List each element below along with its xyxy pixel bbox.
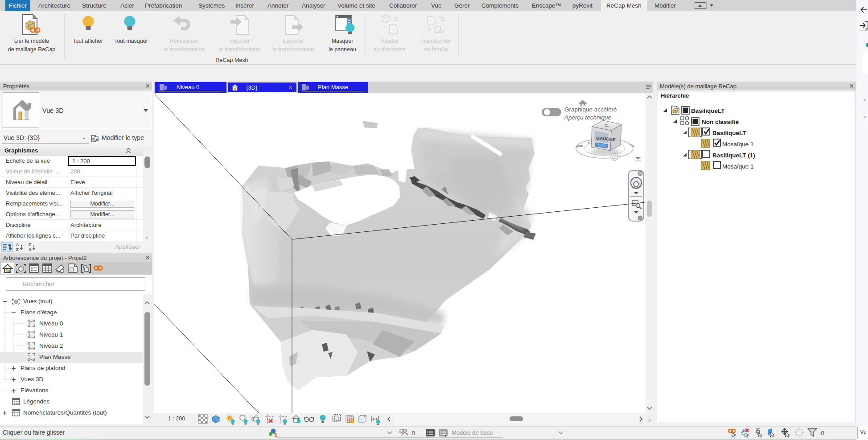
svg-text:Z: Z <box>16 247 19 252</box>
svg-text:A: A <box>16 243 19 247</box>
svg-text:Graphique accéléré: Graphique accéléré <box>564 106 617 113</box>
svg-text::0: :0 <box>819 430 824 436</box>
svg-text:Aperçu technique: Aperçu technique <box>564 114 611 121</box>
svg-text:A: A <box>29 247 32 252</box>
svg-text::0: :0 <box>410 430 415 436</box>
svg-text:Z: Z <box>29 243 31 247</box>
